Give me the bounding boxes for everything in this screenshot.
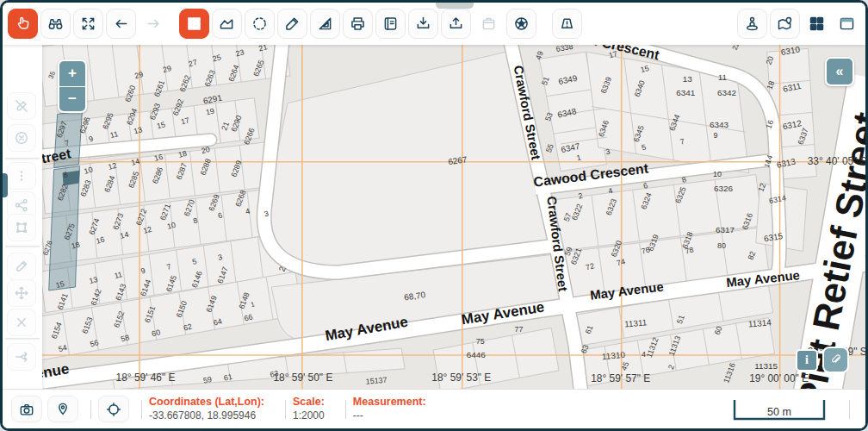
delete-x-button[interactable] — [7, 309, 36, 336]
map-label: 77 — [514, 325, 523, 334]
screenshot-button[interactable] — [11, 396, 42, 422]
map-label: 33° 40' 05" S — [808, 155, 865, 167]
soccer-ball-icon — [512, 15, 530, 33]
split-branch-button[interactable] — [7, 343, 36, 371]
map-label: 18° 59' 50" E — [273, 372, 332, 384]
archive-icon — [480, 15, 498, 33]
collapse-panel-button[interactable]: « — [825, 57, 854, 86]
area-chart-button[interactable] — [212, 9, 242, 39]
scale-bar-label: 50 m — [767, 406, 791, 418]
arrow-right-icon — [145, 15, 163, 33]
map-pin-icon — [54, 401, 71, 418]
map-label: 18° 59' 57" E — [591, 372, 650, 384]
zoom-in-button[interactable]: + — [59, 61, 85, 87]
download-button[interactable] — [408, 9, 438, 39]
measurement-field: Measurement: --- — [353, 396, 426, 422]
expand-extent-button[interactable] — [73, 9, 103, 39]
map-label: 11314 — [748, 317, 772, 328]
map-label: 63 — [270, 369, 280, 379]
road-warning-icon — [558, 15, 576, 33]
camera-icon — [18, 401, 35, 418]
split-branch-icon — [13, 348, 30, 365]
statusbar-separator — [345, 400, 346, 419]
sidebar-divider — [5, 338, 40, 339]
left-panel-handle[interactable] — [3, 173, 8, 197]
dots-vertical-icon — [13, 167, 30, 184]
street-view-button[interactable] — [737, 9, 767, 39]
binoculars-icon — [46, 15, 65, 33]
map-label: 15137 — [365, 376, 388, 386]
close-x-icon — [13, 314, 30, 331]
window-panel-icon — [838, 15, 856, 33]
zoom-out-button[interactable]: − — [59, 87, 85, 112]
forward-button[interactable] — [139, 9, 169, 39]
pencil-edit-icon — [13, 258, 30, 275]
toolbar-right-group — [737, 9, 860, 39]
upload-button[interactable] — [441, 9, 471, 39]
map-label: 19° 00' 00" E — [749, 372, 809, 384]
map-label: 6326 — [714, 184, 734, 193]
print-button[interactable] — [343, 9, 373, 39]
statusbar-separator — [849, 400, 850, 419]
pen-slash-button[interactable] — [7, 92, 36, 120]
map-label: 6446 — [467, 350, 487, 359]
binoculars-search-button[interactable] — [40, 9, 71, 39]
dots-vertical-button[interactable] — [7, 162, 36, 190]
map-label: 6317 — [716, 225, 735, 234]
soccer-ball-button[interactable] — [506, 9, 536, 39]
arrow-left-icon — [112, 15, 130, 33]
map-label: 9 — [714, 131, 718, 140]
grid-squares-icon — [808, 15, 826, 33]
scale-value: 1:2000 — [293, 409, 325, 422]
panel-toggle-button[interactable] — [833, 10, 860, 38]
map-label: 11311 — [624, 317, 648, 328]
expand-icon — [79, 15, 97, 33]
dashed-circle-icon — [251, 15, 269, 33]
archive-button[interactable] — [474, 9, 504, 39]
hand-select-icon — [14, 15, 32, 33]
map-label: 18° 59' 46" E — [116, 372, 176, 384]
map-label: 18° 59' 53" E — [431, 372, 491, 384]
street-view-person-icon — [743, 15, 761, 33]
map-label: 11 — [718, 72, 728, 82]
dashed-circle-select-button[interactable] — [245, 9, 275, 39]
top-panel-handle[interactable] — [436, 3, 474, 9]
scale-label: Scale: — [293, 396, 325, 409]
map-label: 61 — [223, 372, 233, 383]
measurement-label: Measurement: — [353, 396, 426, 409]
book-icon — [381, 15, 400, 33]
map-label: 6343 — [710, 120, 729, 129]
download-icon — [414, 15, 432, 33]
upload-icon — [447, 15, 465, 33]
map-label: 19 — [205, 107, 215, 117]
toolbar — [3, 3, 865, 45]
map-canvas[interactable]: Nelson StreetCawood CrescentCawood Cresc… — [3, 3, 865, 428]
statusbar-separator — [141, 400, 142, 419]
book-legend-button[interactable] — [375, 9, 406, 39]
move-button[interactable] — [7, 279, 36, 307]
statusbar-separator — [90, 400, 91, 419]
map-label: 11310 — [602, 350, 626, 361]
info-button[interactable]: i — [796, 349, 818, 372]
circle-x-icon — [13, 129, 30, 147]
pencil-draw-button[interactable] — [277, 9, 307, 39]
location-pin-button[interactable] — [47, 396, 78, 422]
pen-slash-icon — [13, 97, 30, 115]
set-square-icon — [316, 15, 334, 33]
hand-select-button[interactable] — [8, 9, 38, 39]
grid-layout-toggle-button[interactable] — [803, 10, 830, 38]
pencil-edit-button[interactable] — [7, 253, 36, 280]
grid-layers-button[interactable] — [179, 9, 209, 39]
circle-x-button[interactable] — [7, 124, 36, 152]
scale-bar: 50 m — [728, 395, 831, 424]
attachment-button[interactable] — [822, 347, 849, 373]
map-with-pin-button[interactable] — [770, 9, 800, 39]
road-warning-button[interactable] — [552, 9, 582, 39]
back-button[interactable] — [106, 9, 136, 39]
center-target-button[interactable] — [98, 396, 129, 422]
map-label: 59 — [202, 375, 213, 385]
crosshair-icon — [105, 401, 122, 418]
polygon-select-button[interactable] — [7, 214, 36, 241]
set-square-measure-button[interactable] — [310, 9, 340, 39]
map-label: 11315 — [754, 361, 778, 371]
